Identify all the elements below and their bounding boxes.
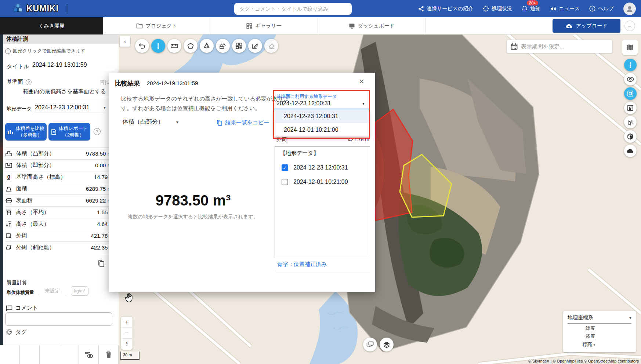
point-cloud-button[interactable] — [624, 116, 637, 128]
calendar-icon — [511, 43, 518, 50]
dashboard-icon — [349, 23, 355, 29]
close-button[interactable]: × — [359, 76, 364, 87]
link-services[interactable]: 連携サービスの紹介 — [418, 6, 473, 12]
base-plane-select[interactable]: 範囲内の最低高さを基準面とする▾ — [23, 88, 115, 97]
zoom-in-button[interactable]: + — [121, 317, 133, 328]
collapsed-panel-strip[interactable] — [0, 34, 3, 345]
metric-select[interactable]: 体積（凸部分） ▾ — [123, 118, 178, 126]
svg-text:?: ? — [591, 7, 594, 11]
link-label: 通知 — [530, 6, 540, 12]
basemap-button[interactable] — [622, 40, 638, 55]
speaker-icon — [550, 6, 556, 12]
toolbar-cell[interactable] — [40, 345, 59, 364]
elevation-profile-button[interactable] — [216, 39, 230, 53]
dropdown-option[interactable]: 2024-12-23 12:00:31 — [274, 109, 369, 123]
toolbar-cell[interactable] — [20, 345, 40, 364]
link-notifications[interactable]: 通知 20+ — [522, 6, 540, 12]
chevron-down-icon: ▾ — [629, 315, 631, 320]
help-icon[interactable]: ? — [94, 128, 101, 135]
search-input[interactable] — [234, 3, 352, 15]
collapse-header-button[interactable]: ︿ — [624, 21, 635, 31]
divider — [275, 271, 370, 271]
result-volume-value: 9783.50 m³ — [109, 192, 278, 209]
coordinate-system-select[interactable]: 地理座標系 ▾ — [568, 314, 631, 324]
compare-volume-button[interactable]: 体積差を比較（多時期） — [5, 123, 47, 141]
layers-2d-button[interactable] — [624, 102, 637, 114]
mass-calc-title: 質量計算 — [7, 280, 27, 286]
kumiki-logo[interactable]: KUMIKI — [12, 3, 67, 14]
chevron-down-icon[interactable]: ▾ — [593, 343, 595, 347]
map-toolbar: ⋮ — [135, 39, 278, 53]
tab-projects[interactable]: プロジェクト — [103, 17, 210, 34]
base-dropdown-value[interactable]: 2024-12-23 12:00:31 ▾ — [276, 100, 365, 107]
link-processing-status[interactable]: 処理状況 — [483, 6, 512, 12]
tab-dashboard[interactable]: ダッシュボード — [318, 17, 425, 34]
corrected-legend-link[interactable]: 青字：位置補正済み — [277, 261, 327, 268]
tab-label: ギャラリー — [255, 23, 281, 29]
concave-volume-icon — [5, 162, 12, 169]
title-field-input[interactable]: 2024-12-19 13:01:59 — [32, 62, 115, 70]
checkbox-unchecked[interactable] — [282, 179, 288, 185]
user-avatar[interactable] — [623, 3, 636, 15]
collapse-sidebar-button[interactable]: ‹ — [120, 36, 130, 47]
checkbox-checked[interactable] — [282, 164, 288, 171]
visibility-list-button[interactable] — [79, 345, 99, 364]
toolbar-cell[interactable] — [59, 345, 79, 364]
compass-down-icon: ▼ — [126, 344, 128, 347]
date-range-input[interactable] — [521, 43, 605, 50]
map-menu-button[interactable]: ⋮ — [624, 59, 637, 71]
map-split-button[interactable] — [363, 338, 377, 352]
volume-report-button[interactable]: 体積レポート（2時期） — [48, 123, 90, 141]
copy-stats-button[interactable] — [98, 260, 105, 268]
upload-button[interactable]: アップロード — [553, 19, 620, 33]
copy-results-link[interactable]: 結果一覧をコピー — [217, 119, 269, 126]
terrain-field-label: 地形データ — [7, 106, 32, 112]
more-tools-button[interactable]: ⋮ — [151, 39, 165, 53]
delete-button[interactable] — [99, 345, 119, 364]
area-icon — [5, 186, 12, 192]
tab-gallery[interactable]: ギャラリー — [210, 17, 318, 34]
measure-area-button[interactable] — [184, 39, 198, 53]
fit-bounds-button[interactable] — [624, 87, 637, 100]
date-filter — [507, 40, 612, 53]
help-icon[interactable]: ? — [26, 79, 32, 85]
modal-subtitle: 2024-12-19 13:01:59 — [147, 80, 198, 86]
comment-label: コメント — [6, 305, 38, 312]
compass-button[interactable]: ▲▼ — [121, 339, 133, 350]
terrain-select[interactable]: 2024-12-23 12:00:31▾ — [35, 104, 106, 113]
nav-bar: くみき開発 プロジェクト ギャラリー ダッシュボード アップロード ︿ — [0, 17, 641, 34]
layers-icon — [383, 341, 390, 348]
zoom-out-button[interactable]: − — [121, 328, 133, 339]
person-icon — [626, 5, 634, 13]
map-attribution[interactable]: © SkymatiX | © OpenMapTiles © OpenStreet… — [528, 359, 639, 363]
measure-distance-button[interactable] — [167, 39, 181, 53]
stat-base-height: 0 基準面高さ（標高）14.79 m — [5, 171, 114, 183]
dropdown-option[interactable]: 2024-12-01 10:21:00 — [274, 123, 369, 136]
close-icon: × — [359, 76, 364, 86]
unit-mass-label: 単位体積質量 — [7, 290, 34, 296]
terrain-data-panel: 【地形データ】 2024-12-23 12:00:31 2024-12-01 1… — [275, 146, 370, 258]
layout-compare-button[interactable] — [232, 39, 246, 53]
list-eye-icon — [84, 351, 94, 359]
layers-button[interactable] — [380, 338, 394, 352]
view-3d-button[interactable] — [624, 130, 637, 143]
erase-button[interactable] — [264, 39, 278, 53]
stat-height-avg: 高さ（平均）1.55 m — [5, 206, 114, 218]
link-news[interactable]: ニュース — [550, 6, 580, 12]
unit-mass-input[interactable]: 未設定 — [39, 288, 66, 296]
measure-volume-button[interactable] — [200, 39, 214, 53]
measurement-sidebar: 体積計測 i 図形クリックで図形編集できます タイトル 2024-12-19 1… — [0, 34, 119, 364]
cloud-data-button[interactable] — [624, 145, 637, 157]
link-label: 連携サービスの紹介 — [427, 6, 473, 12]
tab-kumiki-dev[interactable]: くみき開発 — [0, 17, 103, 34]
visibility-button[interactable] — [624, 73, 637, 85]
undo-button[interactable] — [135, 39, 149, 53]
modal-description: 比較する地形データのそれぞれの高さが一致している必要があります。ずれがある場合は… — [121, 94, 297, 113]
sidebar-title: 体積計測 — [3, 34, 119, 44]
comment-textarea[interactable] — [5, 312, 112, 326]
toolbar-cell[interactable] — [0, 345, 20, 364]
chevron-down-icon: ▾ — [104, 105, 106, 110]
brand-name: KUMIKI — [26, 4, 59, 14]
link-help[interactable]: ? ヘルプ — [589, 6, 614, 12]
edit-shape-button[interactable] — [248, 39, 262, 53]
